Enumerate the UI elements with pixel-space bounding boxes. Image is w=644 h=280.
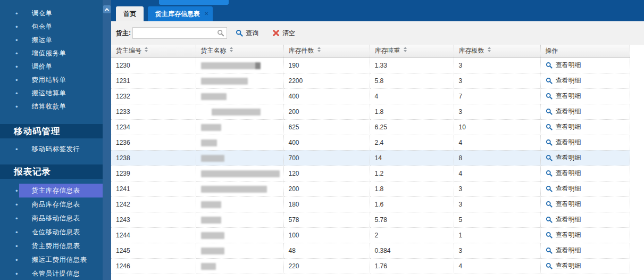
sidebar-scrollbar[interactable] — [103, 0, 111, 280]
bullet-icon: • — [15, 215, 18, 222]
search-icon — [546, 232, 553, 238]
view-detail-label: 查看明细 — [556, 107, 581, 116]
tab-owner-inventory[interactable]: 货主库存信息表 ✕ — [148, 6, 213, 21]
bullet-icon: • — [15, 10, 18, 17]
sidebar-item-label: 移动码标签发行 — [32, 145, 80, 154]
redacted-owner-name — [201, 248, 224, 254]
table-row[interactable]: 1232 400 4 7 — [111, 88, 630, 104]
sidebar-item[interactable]: • 搬运单 — [0, 34, 103, 47]
cell-owner-id: 1233 — [111, 104, 196, 119]
cell-stock-pallets: 4 — [454, 166, 540, 181]
view-detail-link[interactable]: 查看明细 — [546, 122, 581, 131]
clear-button[interactable]: 清空 — [272, 29, 295, 38]
view-detail-link[interactable]: 查看明细 — [546, 246, 581, 255]
sidebar-section-reports[interactable]: 报表记录 — [0, 164, 103, 179]
table-row[interactable]: 1230 190 1.33 3 — [111, 57, 630, 73]
view-detail-link[interactable]: 查看明细 — [546, 215, 581, 224]
cell-stock-pieces: 220 — [283, 258, 370, 274]
view-detail-link[interactable]: 查看明细 — [546, 153, 581, 162]
cell-owner-name — [196, 243, 283, 258]
sidebar-item[interactable]: • 调仓单 — [0, 7, 103, 20]
scroll-up-button[interactable] — [103, 5, 111, 13]
table-row[interactable]: 1241 200 1.8 3 — [111, 181, 630, 196]
table-row[interactable]: 1234 625 6.25 10 — [111, 119, 630, 135]
sidebar-item[interactable]: • 仓管员计提信息 — [0, 267, 103, 280]
sort-icon — [404, 47, 407, 52]
redacted-owner-name — [201, 217, 221, 224]
table-row[interactable]: 1238 700 14 8 — [111, 150, 630, 166]
bullet-icon: • — [15, 146, 18, 153]
sidebar-item[interactable]: • 搬运结算单 — [0, 87, 103, 100]
owner-search-input[interactable] — [133, 28, 227, 38]
sidebar-item[interactable]: • 结算收款单 — [0, 100, 103, 113]
table-row[interactable]: 1239 120 1.2 4 — [111, 166, 630, 181]
column-header[interactable]: 操作 — [540, 45, 630, 57]
cell-stock-pallets: 5 — [454, 212, 540, 227]
cell-actions: 查看明细 — [540, 258, 630, 274]
view-detail-link[interactable]: 查看明细 — [546, 169, 581, 178]
sidebar-section-mobile-code[interactable]: 移动码管理 — [0, 124, 103, 138]
tab-home[interactable]: 首页 — [116, 6, 144, 21]
view-detail-label: 查看明细 — [556, 138, 581, 147]
sidebar-item-label: 商品库存信息表 — [32, 200, 80, 209]
cell-stock-pallets: 4 — [454, 258, 540, 274]
sidebar-item[interactable]: • 货主费用信息表 — [0, 239, 103, 253]
cell-stock-pallets: 3 — [454, 243, 540, 258]
view-detail-link[interactable]: 查看明细 — [546, 61, 581, 70]
view-detail-link[interactable]: 查看明细 — [546, 107, 581, 116]
table-row[interactable]: 1245 48 0.384 3 — [111, 243, 630, 258]
view-detail-link[interactable]: 查看明细 — [546, 200, 581, 209]
cell-owner-id: 1231 — [111, 73, 196, 88]
column-header-label: 操作 — [546, 47, 558, 54]
search-icon — [546, 185, 553, 192]
column-header[interactable]: 库存吨重 — [370, 45, 454, 57]
topbar-button-partial[interactable] — [159, 0, 229, 5]
sidebar-item[interactable]: • 仓位移动信息表 — [0, 225, 103, 239]
cell-actions: 查看明细 — [540, 243, 630, 258]
table-row[interactable]: 1246 220 1.76 4 — [111, 258, 630, 274]
owner-search-box — [132, 27, 227, 39]
view-detail-link[interactable]: 查看明细 — [546, 138, 581, 147]
sidebar-item[interactable]: • 调价单 — [0, 60, 103, 73]
cell-stock-pallets: 10 — [454, 119, 540, 135]
cell-stock-tons: 14 — [370, 150, 454, 166]
bullet-icon: • — [15, 37, 18, 44]
cell-stock-pieces: 400 — [283, 88, 370, 104]
table-row[interactable]: 1244 100 2 1 — [111, 227, 630, 243]
table-row[interactable]: 1243 578 5.78 5 — [111, 212, 630, 227]
column-header[interactable]: 货主名称 — [196, 45, 283, 57]
view-detail-link[interactable]: 查看明细 — [546, 92, 581, 101]
table-row[interactable]: 1233 200 1.8 3 — [111, 104, 630, 119]
search-icon — [546, 93, 553, 100]
sidebar-item[interactable]: • 搬运工费用信息表 — [0, 253, 103, 267]
sidebar-item[interactable]: • 费用结转单 — [0, 73, 103, 87]
view-detail-link[interactable]: 查看明细 — [546, 261, 581, 270]
sidebar-item[interactable]: • 增值服务单 — [0, 47, 103, 60]
view-detail-link[interactable]: 查看明细 — [546, 76, 581, 85]
sidebar-item-label: 搬运单 — [32, 36, 53, 45]
sidebar-item[interactable]: • 移动码标签发行 — [0, 143, 103, 156]
sidebar-item-label: 费用结转单 — [32, 76, 66, 85]
bullet-icon: • — [15, 187, 18, 194]
close-tab-icon[interactable]: ✕ — [204, 11, 208, 17]
table-row[interactable]: 1236 400 2.4 4 — [111, 135, 630, 150]
sidebar-item[interactable]: • 包仓单 — [0, 20, 103, 34]
cell-owner-name — [196, 150, 283, 166]
cell-stock-tons: 2 — [370, 227, 454, 243]
table-row[interactable]: 1242 180 1.6 3 — [111, 196, 630, 212]
sidebar-item[interactable]: • 货主库存信息表 — [0, 184, 103, 197]
cell-owner-name — [196, 88, 283, 104]
sidebar-item[interactable]: • 商品移动信息表 — [0, 211, 103, 225]
cell-owner-id: 1241 — [111, 181, 196, 196]
table-row[interactable]: 1231 2200 5.8 3 — [111, 73, 630, 88]
sidebar-item[interactable]: • 商品库存信息表 — [0, 197, 103, 211]
view-detail-link[interactable]: 查看明细 — [546, 184, 581, 193]
cell-stock-tons: 1.76 — [370, 258, 454, 274]
view-detail-link[interactable]: 查看明细 — [546, 230, 581, 240]
column-header[interactable]: 库存板数 — [454, 45, 540, 57]
column-header[interactable]: 库存件数 — [283, 45, 370, 57]
column-header[interactable]: 货主编号 — [111, 45, 196, 57]
chevron-up-icon — [105, 8, 109, 12]
sidebar-item-label: 增值服务单 — [32, 49, 66, 58]
query-button[interactable]: 查询 — [236, 29, 258, 38]
